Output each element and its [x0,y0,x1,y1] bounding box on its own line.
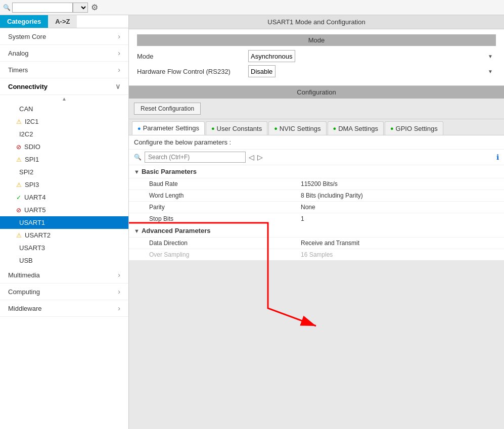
form-row-mode: Mode Asynchronous [137,50,496,62]
params-info-text: Configure the below parameters : [134,138,231,146]
sidebar-item-uart5[interactable]: ⊘ UART5 [0,204,128,216]
param-name-parity: Parity [149,204,301,211]
advanced-params-header[interactable]: ▼ Advanced Parameters [129,224,504,237]
sidebar-item-uart4[interactable]: ✓ UART4 [0,191,128,204]
hwflow-label: Hardware Flow Control (RS232) [137,68,248,75]
sidebar-item-label: Timers [8,66,28,74]
sidebar-item-middleware[interactable]: Middleware › [0,300,128,317]
sub-item-label: SPI1 [25,156,39,163]
config-toolbar: Reset Configuration [129,99,504,119]
sidebar-item-label: Middleware [8,305,41,312]
basic-params-header[interactable]: ▼ Basic Parameters [129,165,504,178]
param-name-data-direction: Data Direction [149,240,301,247]
mode-section-title: Mode [137,34,496,46]
tab-label-dma: DMA Settings [338,125,378,132]
nav-prev-icon[interactable]: ◁ [249,153,254,161]
tab-nvic-settings[interactable]: ● NVIC Settings [268,121,326,135]
tab-gpio-settings[interactable]: ● GPIO Settings [385,121,443,135]
sub-item-label: CAN [19,105,33,113]
param-value-word-length: 8 Bits (including Parity) [301,192,363,199]
mode-select[interactable]: Asynchronous [248,50,295,62]
gear-button[interactable]: ⚙ [91,3,98,12]
param-value-over-sampling: 16 Samples [301,251,333,258]
param-name-baud-rate: Baud Rate [149,180,301,187]
param-row-word-length: Word Length 8 Bits (including Parity) [129,189,504,201]
tab-icon-dma: ● [333,125,337,131]
tab-atoz[interactable]: A->Z [48,15,77,28]
param-row-over-sampling: Over Sampling 16 Samples [129,249,504,260]
sub-item-label: UART5 [24,206,45,214]
status-warn-icon: ⚠ [16,232,22,239]
tab-label-nvic: NVIC Settings [280,125,321,132]
chevron-down-icon: ∨ [115,82,120,90]
sidebar-item-system-core[interactable]: System Core › [0,28,128,45]
sidebar-item-label: Multimedia [8,271,40,279]
tab-dma-settings[interactable]: ● DMA Settings [328,121,384,135]
sidebar-item-usart2[interactable]: ⚠ USART2 [0,229,128,242]
collapse-icon: ▼ [134,169,140,175]
search-icon: 🔍 [3,4,11,11]
sidebar-item-analog[interactable]: Analog › [0,45,128,62]
param-row-baud-rate: Baud Rate 115200 Bits/s [129,178,504,189]
status-warn-icon: ⚠ [16,118,22,125]
config-tabs: ● Parameter Settings ● User Constants ● … [129,119,504,135]
sidebar-item-connectivity[interactable]: Connectivity ∨ [0,78,128,95]
chevron-right-icon: › [118,49,120,57]
chevron-right-icon: › [118,32,120,40]
sidebar: Categories A->Z System Core › Analog › T… [0,15,129,429]
sidebar-item-spi3[interactable]: ⚠ SPI3 [0,178,128,191]
tab-user-constants[interactable]: ● User Constants [206,121,267,135]
sidebar-item-usart1[interactable]: USART1 [0,216,128,229]
params-search-input[interactable] [145,152,246,163]
sidebar-item-spi1[interactable]: ⚠ SPI1 [0,153,128,166]
tab-icon-gpio: ● [390,125,394,131]
sidebar-item-i2c1[interactable]: ⚠ I2C1 [0,115,128,128]
mode-label: Mode [137,53,248,60]
tab-label-gpio: GPIO Settings [396,125,438,132]
tab-icon-nvic: ● [274,125,278,131]
sidebar-item-spi2[interactable]: SPI2 [0,166,128,178]
status-warn-icon: ⚠ [16,181,22,188]
sidebar-item-usart3[interactable]: USART3 [0,242,128,254]
sidebar-item-timers[interactable]: Timers › [0,62,128,78]
status-error-icon: ⊘ [16,144,21,151]
status-warn-icon: ⚠ [16,156,22,163]
collapse-icon: ▼ [134,228,140,234]
hwflow-select[interactable]: Disable [248,65,276,77]
search-type-select[interactable] [73,3,88,13]
search-icon: 🔍 [134,154,142,161]
sub-item-label: SPI3 [25,181,39,188]
sidebar-item-usb[interactable]: USB [0,254,128,267]
param-value-stop-bits: 1 [301,215,304,222]
nav-next-icon[interactable]: ▷ [257,153,263,161]
param-value-baud-rate: 115200 Bits/s [301,180,338,187]
form-row-hwflow: Hardware Flow Control (RS232) Disable [137,65,496,77]
top-search-input[interactable] [12,3,73,13]
sub-item-label: USART1 [19,219,45,226]
param-value-data-direction: Receive and Transmit [301,240,359,247]
param-name-over-sampling: Over Sampling [149,251,301,258]
config-title: Configuration [129,86,504,99]
reset-config-button[interactable]: Reset Configuration [134,103,201,115]
scroll-indicator: ▲ [0,95,128,103]
sub-item-label: USART3 [19,244,45,252]
info-icon[interactable]: ℹ [496,153,499,161]
sidebar-item-can[interactable]: CAN [0,103,128,115]
sidebar-item-i2c2[interactable]: I2C2 [0,128,128,140]
sidebar-item-sdio[interactable]: ⊘ SDIO [0,140,128,153]
tab-icon-user: ● [211,125,215,131]
tab-parameter-settings[interactable]: ● Parameter Settings [132,121,205,135]
sidebar-item-label: System Core [8,33,46,40]
param-name-stop-bits: Stop Bits [149,215,301,222]
param-name-word-length: Word Length [149,192,301,199]
tab-categories[interactable]: Categories [0,15,48,28]
panel-title: USART1 Mode and Configuration [129,15,504,29]
status-ok-icon: ✓ [16,194,21,201]
sidebar-item-multimedia[interactable]: Multimedia › [0,267,128,283]
param-row-data-direction: Data Direction Receive and Transmit [129,237,504,249]
params-info-bar: Configure the below parameters : [129,135,504,150]
tab-label-param: Parameter Settings [143,124,199,132]
top-bar: 🔍 ⚙ [0,0,504,15]
chevron-right-icon: › [118,288,120,296]
sidebar-item-computing[interactable]: Computing › [0,283,128,300]
